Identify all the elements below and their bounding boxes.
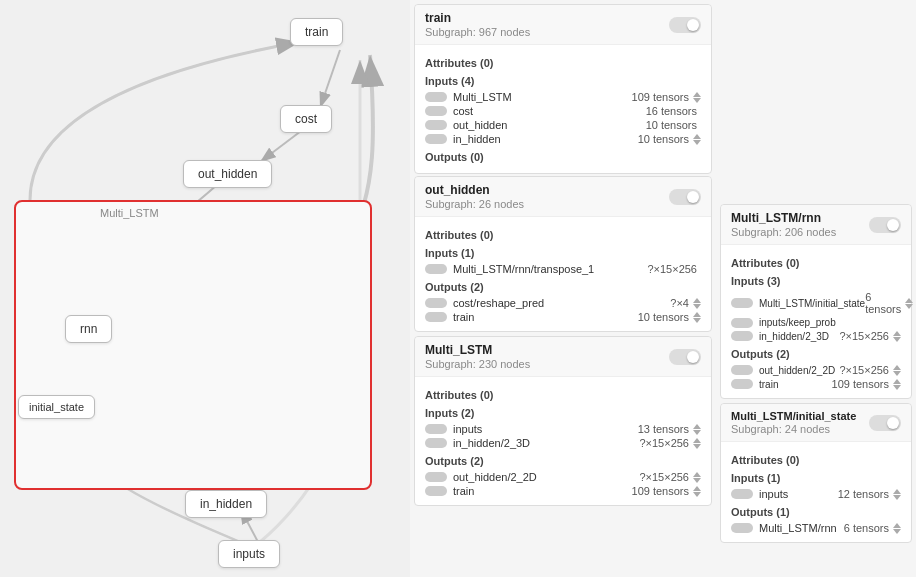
- mlsi-output-row-0: Multi_LSTM/rnn 6 tensors: [731, 522, 901, 534]
- mlr-output-value-0: ?×15×256: [839, 364, 889, 376]
- out-hidden-panel-toggle[interactable]: [669, 189, 701, 205]
- multi-lstm-input-value-0: 13 tensors: [638, 423, 689, 435]
- io-icon: [425, 312, 447, 322]
- right-panels: Multi_LSTM/rnn Subgraph: 206 nodes Attri…: [716, 0, 916, 577]
- scroll-up-ml1: [693, 438, 701, 443]
- node-cost[interactable]: cost: [280, 105, 332, 133]
- multi-lstm-panel: Multi_LSTM Subgraph: 230 nodes Attribute…: [414, 336, 712, 506]
- node-rnn[interactable]: rnn: [65, 315, 112, 343]
- scroll-arrows-mlr4: [893, 379, 901, 390]
- mlsi-panel-title: Multi_LSTM/initial_state: [731, 410, 856, 422]
- train-input-name-3: in_hidden: [453, 133, 638, 145]
- scroll-down-mlr3: [893, 371, 901, 376]
- scroll-up-mlr2: [893, 331, 901, 336]
- node-out-hidden[interactable]: out_hidden: [183, 160, 272, 188]
- train-input-name-0: Multi_LSTM: [453, 91, 632, 103]
- io-icon: [425, 424, 447, 434]
- mlsi-panel-body: Attributes (0) Inputs (1) inputs 12 tens…: [721, 442, 911, 542]
- node-initial-state[interactable]: initial_state: [18, 395, 95, 419]
- multi-lstm-initial-state-panel: Multi_LSTM/initial_state Subgraph: 24 no…: [720, 403, 912, 543]
- multi-lstm-input-value-1: ?×15×256: [639, 437, 689, 449]
- out-hidden-output-value-0: ?×4: [670, 297, 689, 309]
- mlr-input-name-0: Multi_LSTM/initial_state: [759, 298, 865, 309]
- node-in-hidden[interactable]: in_hidden: [185, 490, 267, 518]
- train-panel: train Subgraph: 967 nodes Attributes (0)…: [414, 4, 712, 174]
- scroll-arrows-oh1: [693, 312, 701, 323]
- node-train[interactable]: train: [290, 18, 343, 46]
- out-hidden-output-value-1: 10 tensors: [638, 311, 689, 323]
- mlsi-inputs-label: Inputs (1): [731, 472, 901, 484]
- scroll-up-ml2: [693, 472, 701, 477]
- multi-lstm-rnn-panel-subtitle: Subgraph: 206 nodes: [731, 226, 836, 238]
- node-initial-state-label: initial_state: [29, 401, 84, 413]
- node-inputs[interactable]: inputs: [218, 540, 280, 568]
- out-hidden-outputs-label: Outputs (2): [425, 281, 701, 293]
- io-icon: [425, 264, 447, 274]
- scroll-down-0: [693, 98, 701, 103]
- out-hidden-input-row-0: Multi_LSTM/rnn/transpose_1 ?×15×256: [425, 263, 701, 275]
- multi-lstm-rnn-panel-header: Multi_LSTM/rnn Subgraph: 206 nodes: [721, 205, 911, 245]
- scroll-down-mlsi1: [893, 529, 901, 534]
- mlr-output-row-1: train 109 tensors: [731, 378, 901, 390]
- scroll-up-mlr0: [905, 298, 913, 303]
- out-hidden-output-row-0: cost/reshape_pred ?×4: [425, 297, 701, 309]
- mlsi-panel-subtitle: Subgraph: 24 nodes: [731, 423, 856, 435]
- multi-lstm-panel-toggle[interactable]: [669, 349, 701, 365]
- multi-lstm-output-row-1: train 109 tensors: [425, 485, 701, 497]
- mlsi-output-name-0: Multi_LSTM/rnn: [759, 522, 844, 534]
- mlr-input-name-1: inputs/keep_prob: [759, 317, 901, 328]
- multi-lstm-box: [14, 200, 372, 490]
- multi-lstm-panel-body: Attributes (0) Inputs (2) inputs 13 tens…: [415, 377, 711, 505]
- mlr-outputs-label: Outputs (2): [731, 348, 901, 360]
- io-icon: [425, 438, 447, 448]
- multi-lstm-rnn-panel-body: Attributes (0) Inputs (3) Multi_LSTM/ini…: [721, 245, 911, 398]
- multi-lstm-output-name-0: out_hidden/2_2D: [453, 471, 639, 483]
- scroll-down-mlr4: [893, 385, 901, 390]
- io-icon: [425, 120, 447, 130]
- mlsi-outputs-label: Outputs (1): [731, 506, 901, 518]
- multi-lstm-label: Multi_LSTM: [100, 207, 159, 219]
- out-hidden-inputs-label: Inputs (1): [425, 247, 701, 259]
- scroll-arrows-0: [693, 92, 701, 103]
- mlr-output-name-1: train: [759, 379, 832, 390]
- multi-lstm-output-name-1: train: [453, 485, 632, 497]
- multi-lstm-input-row-0: inputs 13 tensors: [425, 423, 701, 435]
- io-icon: [425, 486, 447, 496]
- io-icon: [731, 365, 753, 375]
- mlr-attributes-label: Attributes (0): [731, 257, 901, 269]
- scroll-down-ml1: [693, 444, 701, 449]
- scroll-down-mlr0: [905, 304, 913, 309]
- multi-lstm-input-name-1: in_hidden/2_3D: [453, 437, 639, 449]
- train-attributes-label: Attributes (0): [425, 57, 701, 69]
- train-panel-toggle[interactable]: [669, 17, 701, 33]
- out-hidden-panel: out_hidden Subgraph: 26 nodes Attributes…: [414, 176, 712, 332]
- scroll-up-mlr4: [893, 379, 901, 384]
- io-icon: [731, 523, 753, 533]
- train-input-row-3: in_hidden 10 tensors: [425, 133, 701, 145]
- mlsi-input-value-0: 12 tensors: [838, 488, 889, 500]
- scroll-up-oh1: [693, 312, 701, 317]
- node-cost-label: cost: [295, 112, 317, 126]
- scroll-down-oh1: [693, 318, 701, 323]
- multi-lstm-output-value-1: 109 tensors: [632, 485, 689, 497]
- train-input-value-1: 16 tensors: [646, 105, 697, 117]
- io-icon: [425, 472, 447, 482]
- out-hidden-output-name-0: cost/reshape_pred: [453, 297, 670, 309]
- node-out-hidden-label: out_hidden: [198, 167, 257, 181]
- out-hidden-output-row-1: train 10 tensors: [425, 311, 701, 323]
- mlr-output-value-1: 109 tensors: [832, 378, 889, 390]
- io-icon: [731, 318, 753, 328]
- multi-lstm-input-row-1: in_hidden/2_3D ?×15×256: [425, 437, 701, 449]
- mlr-output-name-0: out_hidden/2_2D: [759, 365, 839, 376]
- multi-lstm-rnn-panel-toggle[interactable]: [869, 217, 901, 233]
- io-icon: [425, 134, 447, 144]
- node-train-label: train: [305, 25, 328, 39]
- train-input-value-2: 10 tensors: [646, 119, 697, 131]
- scroll-up-ml3: [693, 486, 701, 491]
- mlsi-panel-toggle[interactable]: [869, 415, 901, 431]
- out-hidden-input-value-0: ?×15×256: [647, 263, 697, 275]
- scroll-up-0: [693, 92, 701, 97]
- scroll-down-mlr2: [893, 337, 901, 342]
- multi-lstm-rnn-panel: Multi_LSTM/rnn Subgraph: 206 nodes Attri…: [720, 204, 912, 399]
- scroll-down-ml3: [693, 492, 701, 497]
